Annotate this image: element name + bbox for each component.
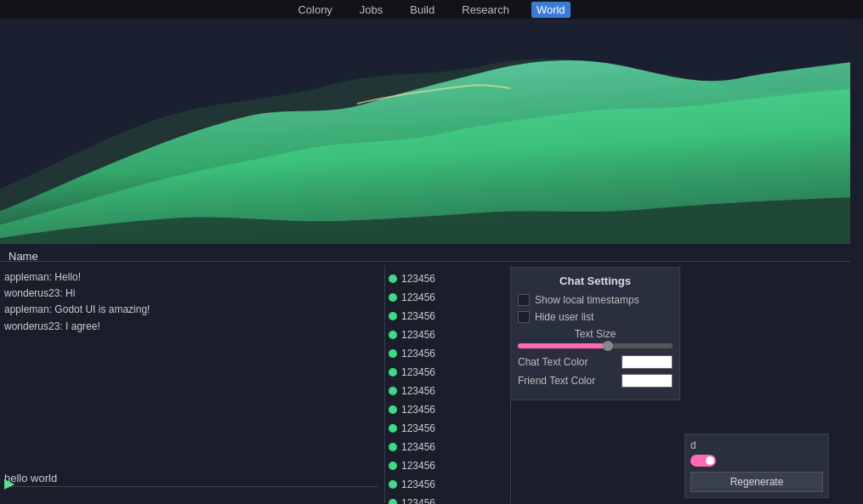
regenerate-button[interactable]: Regenerate xyxy=(690,472,823,492)
user-online-dot xyxy=(389,462,397,470)
chat-settings-title: Chat Settings xyxy=(518,275,673,287)
terrain-svg xyxy=(0,19,850,244)
nav-build[interactable]: Build xyxy=(405,2,440,18)
user-name-label: 123456 xyxy=(401,479,435,490)
main-area: Name appleman: Hello! wonderus23: Hi app… xyxy=(0,19,863,504)
user-online-dot xyxy=(389,480,397,489)
text-size-label: Text Size xyxy=(518,328,673,340)
seed-toggle-knob xyxy=(706,456,714,465)
chat-settings-panel: Chat Settings Show local timestamps Hide… xyxy=(510,267,680,400)
chat-text-color-label: Chat Text Color xyxy=(518,356,588,368)
user-online-dot xyxy=(389,499,397,504)
user-online-dot xyxy=(389,405,397,414)
user-online-dot xyxy=(389,293,397,302)
nav-jobs[interactable]: Jobs xyxy=(355,2,388,18)
vertical-separator-1 xyxy=(384,265,385,503)
list-item: 123456 xyxy=(387,494,506,504)
hide-user-list-checkbox[interactable] xyxy=(518,311,530,323)
friend-text-color-swatch[interactable] xyxy=(622,374,673,388)
send-icon[interactable]: ▶ xyxy=(4,475,14,491)
chat-text-color-row: Chat Text Color xyxy=(518,355,673,369)
user-online-dot xyxy=(389,312,397,320)
list-item: 123456 xyxy=(387,269,506,288)
chat-message: wonderus23: I agree! xyxy=(4,319,383,335)
nav-colony[interactable]: Colony xyxy=(292,2,337,18)
show-timestamps-label: Show local timestamps xyxy=(535,294,639,306)
chat-text-color-swatch[interactable] xyxy=(622,355,673,369)
user-name-label: 123456 xyxy=(401,329,435,341)
chat-message: appleman: Godot UI is amazing! xyxy=(4,302,383,318)
chat-message: appleman: Hello! xyxy=(4,269,383,286)
user-online-dot xyxy=(389,275,397,283)
nav-research[interactable]: Research xyxy=(457,2,514,18)
friend-text-color-label: Friend Text Color xyxy=(518,375,595,387)
friend-text-color-row: Friend Text Color xyxy=(518,374,673,388)
nav-world[interactable]: World xyxy=(531,2,571,18)
user-name-label: 123456 xyxy=(401,404,435,416)
list-item: 123456 xyxy=(387,475,506,494)
list-item: 123456 xyxy=(387,326,506,344)
list-item: 123456 xyxy=(387,382,506,400)
regenerate-panel: d Regenerate xyxy=(684,433,829,498)
user-online-dot xyxy=(389,349,397,358)
hide-user-list-row: Hide user list xyxy=(518,311,673,323)
text-size-slider[interactable] xyxy=(518,343,673,348)
list-item: 123456 xyxy=(387,344,506,363)
chat-message: wonderus23: Hi xyxy=(4,286,383,302)
chat-input-area xyxy=(4,470,378,487)
user-name-label: 123456 xyxy=(401,422,435,434)
list-item: 123456 xyxy=(387,307,506,326)
user-name-label: 123456 xyxy=(401,497,435,504)
list-item: 123456 xyxy=(387,400,506,419)
user-name-label: 123456 xyxy=(401,292,435,303)
user-online-dot xyxy=(389,387,397,395)
slider-thumb xyxy=(603,341,613,351)
seed-label: d xyxy=(690,439,823,451)
name-label: Name xyxy=(9,250,38,263)
list-item: 123456 xyxy=(387,288,506,307)
user-name-label: 123456 xyxy=(401,366,435,378)
top-navigation: Colony Jobs Build Research World xyxy=(0,0,863,19)
list-item: 123456 xyxy=(387,363,506,382)
user-list: 1234561234561234561234561234561234561234… xyxy=(387,269,506,504)
seed-toggle[interactable] xyxy=(690,455,716,467)
chat-messages-area: appleman: Hello! wonderus23: Hi appleman… xyxy=(4,269,383,495)
user-name-label: 123456 xyxy=(401,348,435,360)
user-name-label: 123456 xyxy=(401,273,435,285)
list-item: 123456 xyxy=(387,456,506,475)
show-timestamps-checkbox[interactable] xyxy=(518,294,530,306)
chat-input[interactable] xyxy=(4,470,378,487)
hide-user-list-label: Hide user list xyxy=(535,311,593,323)
seed-row xyxy=(690,455,823,467)
terrain-viewport xyxy=(0,19,850,244)
horizontal-separator xyxy=(0,261,850,262)
user-online-dot xyxy=(389,424,397,433)
user-name-label: 123456 xyxy=(401,385,435,397)
list-item: 123456 xyxy=(387,438,506,456)
user-online-dot xyxy=(389,368,397,377)
user-name-label: 123456 xyxy=(401,441,435,453)
user-online-dot xyxy=(389,331,397,339)
show-timestamps-row: Show local timestamps xyxy=(518,294,673,306)
user-name-label: 123456 xyxy=(401,310,435,322)
user-name-label: 123456 xyxy=(401,460,435,472)
user-online-dot xyxy=(389,443,397,451)
list-item: 123456 xyxy=(387,419,506,438)
